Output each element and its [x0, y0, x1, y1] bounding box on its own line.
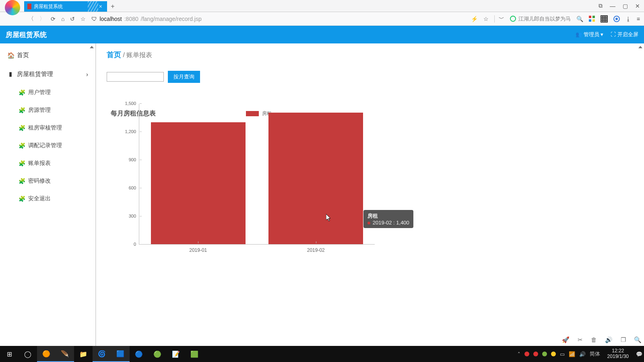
chart-bar[interactable] [268, 113, 363, 244]
tray-volume-icon[interactable]: 🔊 [579, 351, 586, 357]
url-path: /fang/manage/record.jsp [141, 16, 202, 22]
taskbar-app-notepad[interactable]: 📝 [167, 346, 185, 362]
chart-ytick: 300 [129, 214, 139, 218]
tray-wifi-icon[interactable]: 📶 [569, 351, 575, 357]
tray-ime-label[interactable]: 简体 [590, 350, 600, 358]
nav-reload-icon[interactable]: ⟳ [51, 16, 56, 22]
tray-clock[interactable]: 12:22 2019/1/30 [604, 348, 632, 360]
search-engine-widget[interactable]: 江湖儿郎自当以梦为马 [510, 15, 571, 23]
taskbar-app-wechat[interactable]: 🟢 [148, 346, 167, 362]
sidebar-item[interactable]: 🧩密码修改 [9, 172, 95, 190]
download-icon[interactable]: ⭳ [625, 16, 631, 22]
window-maximize-icon[interactable]: ▢ [623, 3, 628, 9]
nav-forward-icon[interactable]: 〉 [39, 15, 45, 23]
puzzle-icon: 🧩 [19, 89, 25, 96]
chevron-down-icon[interactable]: ﹀ [494, 15, 504, 23]
star-icon[interactable]: ☆ [483, 16, 489, 22]
tray-icon-4[interactable] [551, 352, 556, 356]
tab-close-icon[interactable]: × [97, 3, 104, 10]
chart-plot-area[interactable]: 03006009001,2001,5002019-012019-02房租2019… [139, 104, 375, 245]
window-minimize-icon[interactable]: — [610, 3, 615, 9]
tray-icon-1[interactable] [524, 352, 529, 356]
rocket-icon[interactable]: 🚀 [562, 336, 570, 343]
breadcrumb-home-link[interactable]: 首页 [107, 51, 121, 59]
sidebar-item[interactable]: 🧩调配记录管理 [9, 137, 95, 154]
taskbar-app-chrome[interactable]: 🔵 [130, 346, 148, 362]
url-host: localhost [99, 16, 122, 22]
chevron-right-icon: › [86, 71, 88, 78]
start-button[interactable]: ⊞ [0, 346, 19, 362]
tab-title: 房屋租赁系统 [34, 3, 63, 10]
shield-circle-icon[interactable] [613, 16, 620, 22]
sidebar-group-rental[interactable]: ▮房屋租赁管理 › [0, 65, 95, 84]
chart-xtick: 2019-02 [307, 244, 325, 253]
url-field[interactable]: 🛡 localhost:8080/fang/manage/record.jsp [91, 16, 201, 22]
tray-battery-icon[interactable]: ▭ [560, 351, 565, 357]
sidebar-item[interactable]: 🧩房源管理 [9, 101, 95, 119]
new-tab-button[interactable]: + [107, 1, 118, 12]
chart-ytick: 0 [134, 242, 139, 247]
taskbar-app-ide[interactable]: 🟦 [111, 346, 130, 362]
sidebar-item[interactable]: 🧩安全退出 [9, 190, 95, 208]
scissors-icon[interactable]: ✂ [578, 336, 583, 343]
sidebar-item-label: 安全退出 [28, 195, 51, 202]
sound-icon[interactable]: 🔊 [605, 336, 613, 343]
tab-decoration-icon [88, 1, 98, 12]
menu-icon[interactable]: ≡ [637, 16, 640, 22]
tray-icon-3[interactable] [542, 352, 547, 356]
chart-bar[interactable] [151, 122, 246, 244]
browser-tab-active[interactable]: 房屋租赁系统 × [24, 1, 107, 12]
breadcrumb-current: 账单报表 [126, 51, 152, 58]
sidebar-item-label: 用户管理 [28, 89, 51, 96]
sidebar-item-label: 密码修改 [28, 177, 51, 185]
browser-logo-icon [5, 0, 20, 15]
flash-icon[interactable]: ⚡ [471, 16, 478, 22]
puzzle-icon: 🧩 [19, 142, 25, 149]
app-header: 房屋租赁系统 👥 管理员 ▾ ⛶ 开启全屏 [0, 26, 644, 43]
puzzle-icon: 🧩 [19, 107, 25, 113]
puzzle-icon: 🧩 [19, 195, 25, 202]
search-icon[interactable]: 🔍 [576, 16, 583, 22]
browser-extension-icon[interactable]: ⧉ [599, 2, 603, 9]
sidebar-item[interactable]: 🧩租房审核管理 [9, 119, 95, 137]
folder-icon: ▮ [7, 70, 14, 78]
chart-xtick: 2019-01 [189, 244, 207, 253]
tray-icon-2[interactable] [533, 352, 538, 356]
content-scroll-up-icon[interactable] [638, 45, 642, 48]
sidebar-item[interactable]: 🧩账单报表 [9, 154, 95, 172]
tray-notifications-icon[interactable]: 💬 [636, 351, 642, 357]
month-input[interactable] [107, 72, 164, 82]
sidebar-item[interactable]: 🧩用户管理 [9, 84, 95, 101]
sidebar-item-label: 账单报表 [28, 160, 51, 167]
breadcrumb: 首页 / 账单报表 [107, 50, 634, 60]
qr-code-icon[interactable] [601, 15, 608, 23]
taskbar-app-2[interactable]: 🪶 [56, 346, 74, 362]
taskbar-app-browser[interactable]: 🌀 [93, 346, 111, 362]
apps-grid-icon[interactable] [589, 16, 595, 22]
taskbar-app-1[interactable]: 🟠 [37, 346, 56, 362]
chart-container: 每月房租信息表 房租 03006009001,2001,5002019-0120… [107, 104, 634, 245]
puzzle-icon: 🧩 [19, 178, 25, 184]
cortana-button[interactable]: ◯ [19, 346, 37, 362]
windows-taskbar: ⊞ ◯ 🟠 🪶 📁 🌀 🟦 🔵 🟢 📝 🟩 ˄ ▭ 📶 🔊 简体 12:22 2… [0, 346, 644, 362]
fullscreen-button[interactable]: ⛶ 开启全屏 [611, 31, 638, 38]
sidebar-group-label: 房屋租赁管理 [17, 70, 53, 77]
nav-undo-icon[interactable]: ↺ [70, 16, 75, 22]
chart-ytick: 1,200 [125, 129, 139, 134]
admin-menu[interactable]: 👥 管理员 ▾ [576, 31, 603, 38]
query-button[interactable]: 按月查询 [168, 71, 200, 83]
taskbar-file-explorer[interactable]: 📁 [74, 346, 93, 362]
taskbar-app-term[interactable]: 🟩 [185, 346, 204, 362]
nav-favorite-icon[interactable]: ☆ [80, 16, 86, 22]
sidebar-scroll-up-icon[interactable] [90, 45, 94, 48]
tray-chevron-icon[interactable]: ˄ [518, 351, 520, 357]
restore-icon[interactable]: ❐ [621, 336, 626, 343]
url-port: :8080 [124, 16, 138, 22]
zoom-icon[interactable]: 🔍 [634, 336, 642, 343]
window-close-icon[interactable]: ✕ [635, 3, 640, 9]
nav-home-icon[interactable]: ⌂ [61, 16, 64, 22]
puzzle-icon: 🧩 [19, 160, 25, 167]
sidebar-item-home[interactable]: 🏠 首页 [0, 46, 95, 65]
trash-icon[interactable]: 🗑 [591, 336, 597, 343]
nav-back-icon[interactable]: 〈 [28, 15, 34, 23]
